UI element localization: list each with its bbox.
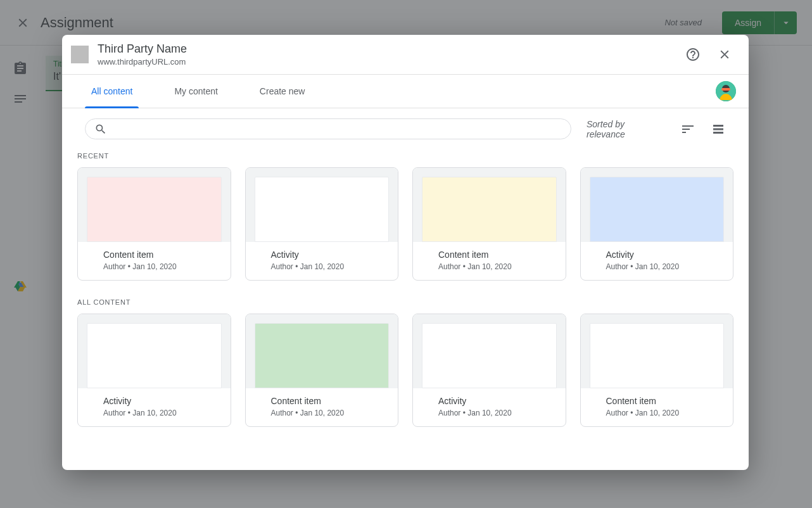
card-text: Activity Author • Jan 10, 2020: [246, 242, 398, 280]
view-list-button[interactable]: [711, 122, 726, 137]
card-meta: Author • Jan 10, 2020: [271, 262, 373, 271]
card-title: Activity: [103, 396, 205, 406]
grid-recent: Content item Author • Jan 10, 2020 Activ…: [77, 167, 733, 281]
content-card[interactable]: Activity Author • Jan 10, 2020: [580, 167, 734, 281]
card-thumbnail: [87, 177, 222, 242]
card-thumbnail-frame: [581, 314, 733, 388]
card-text: Activity Author • Jan 10, 2020: [581, 242, 733, 280]
card-title: Activity: [271, 250, 373, 260]
content-card[interactable]: Content item Author • Jan 10, 2020: [412, 167, 566, 281]
card-thumbnail-frame: [413, 168, 566, 242]
help-button[interactable]: [682, 43, 704, 66]
sort-label: Sorted by relevance: [587, 119, 665, 139]
card-text: Activity Author • Jan 10, 2020: [413, 388, 566, 426]
card-thumbnail: [422, 323, 557, 388]
card-title: Activity: [438, 396, 540, 406]
card-meta: Author • Jan 10, 2020: [103, 409, 205, 417]
modal-content: RECENT Content item Author • Jan 10, 202…: [62, 139, 749, 470]
modal-header: Third Party Name www.thirdpartyURL.com: [62, 35, 749, 75]
card-meta: Author • Jan 10, 2020: [438, 262, 540, 271]
card-thumbnail-frame: [413, 314, 566, 388]
card-text: Content item Author • Jan 10, 2020: [246, 388, 398, 426]
search-input[interactable]: [113, 124, 562, 134]
card-title: Activity: [606, 250, 708, 260]
tab-my-content[interactable]: My content: [168, 75, 224, 108]
grid-all: Activity Author • Jan 10, 2020 Content i…: [77, 314, 733, 427]
toolbar: Sorted by relevance: [62, 108, 749, 139]
card-thumbnail-frame: [581, 168, 733, 242]
card-text: Content item Author • Jan 10, 2020: [78, 242, 231, 280]
modal-url: www.thirdpartyURL.com: [98, 57, 673, 67]
close-modal-button[interactable]: [713, 43, 736, 66]
card-text: Activity Author • Jan 10, 2020: [78, 388, 231, 426]
content-card[interactable]: Content item Author • Jan 10, 2020: [77, 167, 231, 281]
tab-create-new[interactable]: Create new: [253, 75, 312, 108]
card-meta: Author • Jan 10, 2020: [103, 262, 205, 271]
card-thumbnail: [87, 323, 222, 388]
close-icon: [718, 48, 732, 61]
card-text: Content item Author • Jan 10, 2020: [413, 242, 566, 280]
card-title: Content item: [271, 396, 373, 406]
tab-all-content[interactable]: All content: [85, 75, 139, 108]
content-picker-modal: Third Party Name www.thirdpartyURL.com A…: [62, 35, 749, 470]
card-meta: Author • Jan 10, 2020: [606, 262, 708, 271]
section-label-recent: RECENT: [77, 152, 733, 160]
content-card[interactable]: Activity Author • Jan 10, 2020: [412, 314, 566, 427]
avatar[interactable]: [716, 81, 736, 101]
card-thumbnail: [590, 323, 725, 388]
tabs: All content My content Create new: [62, 75, 749, 108]
card-meta: Author • Jan 10, 2020: [271, 409, 373, 417]
card-thumbnail: [422, 177, 557, 242]
content-card[interactable]: Content item Author • Jan 10, 2020: [245, 314, 399, 427]
card-thumbnail-frame: [246, 314, 398, 388]
card-thumbnail: [590, 177, 725, 242]
card-text: Content item Author • Jan 10, 2020: [581, 388, 733, 426]
section-label-all: ALL CONTENT: [77, 298, 733, 306]
sort-button[interactable]: [680, 122, 695, 137]
content-card[interactable]: Activity Author • Jan 10, 2020: [77, 314, 231, 427]
content-card[interactable]: Content item Author • Jan 10, 2020: [580, 314, 734, 427]
sort-icon: [680, 122, 695, 137]
card-thumbnail: [255, 177, 390, 242]
card-thumbnail-frame: [78, 168, 231, 242]
content-card[interactable]: Activity Author • Jan 10, 2020: [245, 167, 399, 281]
third-party-logo: [71, 46, 89, 63]
svg-rect-4: [721, 88, 730, 91]
search-box[interactable]: [85, 118, 571, 139]
modal-title: Third Party Name: [98, 42, 673, 56]
search-icon: [94, 123, 107, 136]
help-icon: [685, 47, 701, 62]
card-title: Content item: [606, 396, 708, 406]
card-thumbnail-frame: [78, 314, 231, 388]
card-meta: Author • Jan 10, 2020: [438, 409, 540, 417]
list-view-icon: [711, 122, 726, 137]
card-meta: Author • Jan 10, 2020: [606, 409, 708, 417]
card-thumbnail: [255, 323, 390, 388]
card-title: Content item: [103, 250, 205, 260]
card-thumbnail-frame: [246, 168, 398, 242]
card-title: Content item: [438, 250, 540, 260]
